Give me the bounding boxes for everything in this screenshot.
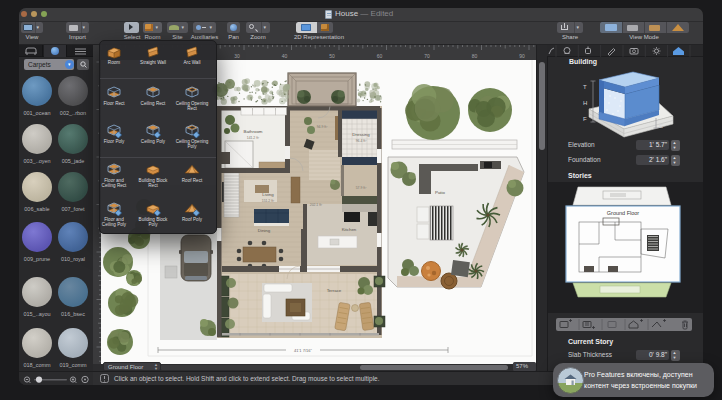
svg-text:70: 70 [424, 53, 430, 59]
svg-text:60: 60 [377, 53, 383, 59]
svg-text:80: 80 [472, 53, 478, 59]
svg-text:H: H [583, 100, 587, 106]
svg-text:40: 40 [282, 53, 288, 59]
svg-text:96.4 ft²: 96.4 ft² [356, 139, 367, 143]
svg-text:T: T [583, 84, 587, 90]
svg-text:90: 90 [519, 53, 525, 59]
svg-text:E: E [659, 123, 663, 129]
svg-text:Dining: Dining [258, 228, 271, 233]
svg-text:41'1 7/16": 41'1 7/16" [294, 348, 312, 353]
svg-text:Kitchen: Kitchen [342, 227, 357, 232]
svg-text:Bathroom: Bathroom [243, 129, 262, 134]
svg-text:151.2 ft²: 151.2 ft² [262, 199, 275, 203]
svg-text:50: 50 [329, 53, 335, 59]
svg-text:F: F [583, 116, 587, 122]
svg-text:94.9 ft²: 94.9 ft² [317, 125, 328, 129]
svg-text:30: 30 [234, 53, 240, 59]
svg-text:Ground Floor: Ground Floor [607, 210, 640, 216]
svg-text:Terrace: Terrace [327, 288, 342, 293]
svg-text:Living: Living [262, 192, 274, 197]
svg-text:57.9 ft²: 57.9 ft² [356, 186, 367, 190]
svg-text:Dressing: Dressing [352, 132, 370, 137]
svg-text:Patio: Patio [435, 190, 446, 195]
svg-text:141.2 ft²: 141.2 ft² [247, 136, 260, 140]
svg-text:202.1 ft²: 202.1 ft² [310, 203, 323, 207]
